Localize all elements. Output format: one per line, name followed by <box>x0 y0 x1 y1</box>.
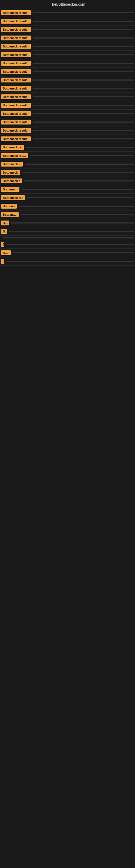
bottleneck-result-badge: Bottl <box>1 250 11 255</box>
bottleneck-result-badge: Bottleneck result <box>1 44 31 49</box>
result-bar <box>21 214 134 215</box>
result-row[interactable]: Bottleneck result <box>0 126 135 135</box>
result-row[interactable] <box>0 236 135 240</box>
result-bar <box>22 172 134 173</box>
bottleneck-result-badge: Bottleneck result <box>1 52 31 57</box>
result-row[interactable]: Bottleneck result <box>0 42 135 51</box>
result-bar <box>33 80 134 81</box>
site-title: TheBottlenecker.com <box>0 0 135 9</box>
bottleneck-result-badge: Bo <box>1 229 7 234</box>
result-bar <box>26 147 134 148</box>
result-row[interactable]: Bottleneck result <box>0 51 135 59</box>
result-row[interactable]: Bottleneck result <box>0 84 135 93</box>
bottleneck-result-badge: Bottleneck result <box>1 128 31 133</box>
bottleneck-result-badge: Bottleneck result <box>1 120 31 124</box>
result-bar <box>6 244 134 245</box>
result-row[interactable]: Bottleneck result <box>0 26 135 34</box>
bottleneck-result-badge: Bot <box>1 220 9 225</box>
bottleneck-result-badge: Bottleneck result <box>1 78 31 83</box>
bottleneck-result-badge: Bottleneck result <box>1 35 31 40</box>
result-row[interactable]: Bottleneck result <box>0 67 135 76</box>
result-bar <box>33 105 134 106</box>
result-bar <box>9 231 134 232</box>
bottleneck-result-badge: Bottleneck re <box>1 145 24 150</box>
bottleneck-result-badge: Bottleneck result <box>1 86 31 91</box>
bottleneck-result-badge: Bottleneck result <box>1 103 31 108</box>
result-row[interactable]: Bottleneck result <box>0 34 135 42</box>
result-bar <box>27 197 134 198</box>
result-bar <box>30 155 134 156</box>
result-bar <box>33 96 134 97</box>
bottleneck-result-badge: Bottleneck result <box>1 19 31 24</box>
result-bar <box>33 113 134 114</box>
result-row[interactable]: Bottleneck res <box>0 194 135 202</box>
result-bar <box>6 261 134 262</box>
bottleneck-result-badge: Bottleneck <box>1 187 19 192</box>
result-row[interactable]: Bottleneck result <box>0 59 135 67</box>
result-bar <box>33 29 134 30</box>
result-row[interactable]: Bottleneck r <box>0 160 135 168</box>
results-container: Bottleneck resultBottleneck resultBottle… <box>0 9 135 320</box>
result-row[interactable]: Bottleneck result <box>0 152 135 160</box>
result-row[interactable]: Bottleneck result <box>0 110 135 118</box>
result-row[interactable]: Bottleneck result <box>0 118 135 126</box>
bottleneck-result-badge: Bottleneck result <box>1 153 28 158</box>
result-row[interactable]: Bottlens <box>0 202 135 211</box>
bottleneck-result-badge: Bottleneck result <box>1 69 31 74</box>
bottleneck-result-badge: Bottleneck r <box>1 179 22 183</box>
result-row[interactable]: | <box>0 257 135 266</box>
result-bar <box>25 163 134 165</box>
result-row[interactable]: Bottleneck <box>0 211 135 219</box>
result-row[interactable]: Bo <box>0 227 135 236</box>
result-bar <box>33 130 134 131</box>
result-bar <box>24 180 134 182</box>
bottleneck-result-badge: Bottleneck result <box>1 136 31 141</box>
result-bar <box>33 54 134 55</box>
result-bar <box>33 88 134 89</box>
result-row[interactable]: Bottleneck <box>0 185 135 194</box>
result-row[interactable]: B <box>0 240 135 249</box>
result-row[interactable]: Bottleneck result <box>0 17 135 26</box>
result-row[interactable]: Bottleneck result <box>0 135 135 143</box>
result-bar <box>33 46 134 47</box>
result-row[interactable]: Bottleneck result <box>0 76 135 84</box>
result-bar <box>21 189 134 190</box>
bottleneck-result-badge: Bottleneck <box>1 170 20 175</box>
result-row[interactable]: Bottleneck result <box>0 9 135 17</box>
result-bar <box>33 37 134 38</box>
result-bar <box>11 222 134 223</box>
bottleneck-result-badge: Bottleneck res <box>1 195 25 200</box>
bottleneck-result-badge: Bottleneck r <box>1 162 23 166</box>
result-bar <box>13 252 134 253</box>
result-bar <box>33 21 134 22</box>
result-bar <box>33 63 134 64</box>
result-row[interactable]: Bottleneck result <box>0 101 135 110</box>
result-row[interactable]: Bottl <box>0 249 135 257</box>
bottleneck-result-badge: Bottlens <box>1 204 17 209</box>
result-row[interactable]: Bot <box>0 219 135 227</box>
result-row[interactable]: Bottleneck r <box>0 177 135 185</box>
result-bar <box>33 12 134 13</box>
result-bar <box>33 71 134 72</box>
result-row[interactable]: Bottleneck re <box>0 143 135 152</box>
bottleneck-result-badge: B <box>1 242 4 247</box>
result-row[interactable]: Bottleneck result <box>0 93 135 101</box>
result-bar <box>33 138 134 140</box>
bottleneck-result-badge: Bottleneck result <box>1 94 31 99</box>
result-bar <box>3 237 134 239</box>
bottleneck-result-badge: Bottleneck result <box>1 61 31 66</box>
result-row[interactable]: Bottleneck <box>0 168 135 177</box>
bottleneck-result-badge: Bottleneck <box>1 212 18 217</box>
result-bar <box>19 206 134 207</box>
bottleneck-result-badge: | <box>1 259 4 264</box>
bottleneck-result-badge: Bottleneck result <box>1 27 31 32</box>
bottleneck-result-badge: Bottleneck result <box>1 111 31 116</box>
bottleneck-result-badge: Bottleneck result <box>1 10 31 15</box>
result-bar <box>33 122 134 123</box>
